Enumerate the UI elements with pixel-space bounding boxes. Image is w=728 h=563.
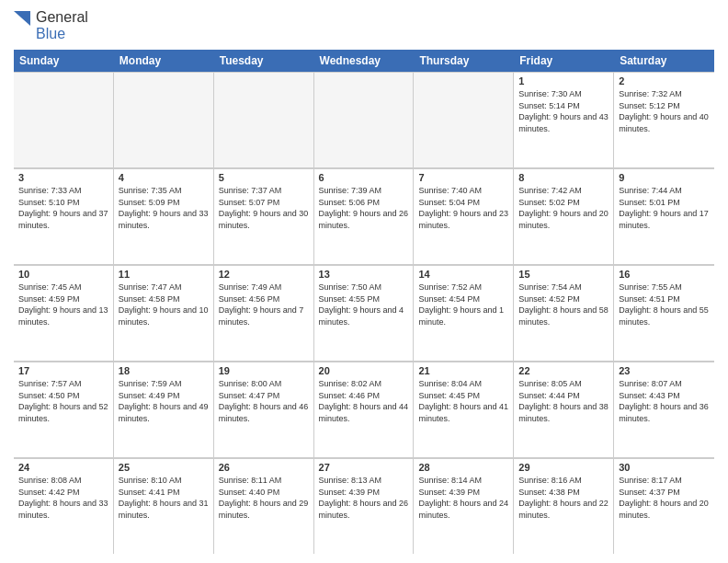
cell-info: Sunrise: 7:32 AMSunset: 5:12 PMDaylight:…: [619, 88, 710, 134]
day-number: 7: [418, 172, 508, 183]
calendar-cell: 22Sunrise: 8:05 AMSunset: 4:44 PMDayligh…: [514, 362, 614, 457]
day-number: 14: [418, 269, 508, 280]
calendar-cell: 10Sunrise: 7:45 AMSunset: 4:59 PMDayligh…: [14, 266, 114, 361]
col-header-monday: Monday: [114, 50, 214, 72]
logo-triangle-icon: [14, 9, 32, 42]
col-header-saturday: Saturday: [614, 50, 714, 72]
cell-info: Sunrise: 7:49 AMSunset: 4:56 PMDaylight:…: [219, 282, 309, 327]
logo: GeneralBlue: [14, 9, 88, 42]
day-number: 30: [619, 462, 710, 473]
col-header-wednesday: Wednesday: [314, 50, 415, 72]
calendar-body: 1Sunrise: 7:30 AMSunset: 5:14 PMDaylight…: [14, 72, 714, 554]
calendar-cell: [214, 73, 314, 167]
day-number: 23: [619, 365, 710, 376]
calendar-cell: [114, 73, 214, 167]
calendar-cell: 16Sunrise: 7:55 AMSunset: 4:51 PMDayligh…: [614, 266, 714, 361]
cell-info: Sunrise: 8:17 AMSunset: 4:37 PMDaylight:…: [619, 475, 710, 521]
cell-info: Sunrise: 7:39 AMSunset: 5:06 PMDaylight:…: [319, 185, 409, 231]
day-number: 3: [18, 172, 108, 183]
day-number: 29: [518, 462, 609, 473]
cell-info: Sunrise: 7:52 AMSunset: 4:54 PMDaylight:…: [418, 282, 508, 327]
cell-info: Sunrise: 8:08 AMSunset: 4:42 PMDaylight:…: [18, 475, 108, 521]
calendar-cell: 19Sunrise: 8:00 AMSunset: 4:47 PMDayligh…: [214, 362, 314, 457]
cell-info: Sunrise: 7:59 AMSunset: 4:49 PMDaylight:…: [119, 378, 209, 424]
cell-info: Sunrise: 7:37 AMSunset: 5:07 PMDaylight:…: [219, 185, 309, 231]
calendar-cell: 25Sunrise: 8:10 AMSunset: 4:41 PMDayligh…: [114, 459, 214, 554]
cell-info: Sunrise: 7:35 AMSunset: 5:09 PMDaylight:…: [119, 185, 209, 231]
day-number: 17: [18, 365, 108, 376]
cell-info: Sunrise: 8:02 AMSunset: 4:46 PMDaylight:…: [319, 378, 409, 424]
day-number: 13: [319, 269, 409, 280]
day-number: 28: [418, 462, 508, 473]
cell-info: Sunrise: 8:16 AMSunset: 4:38 PMDaylight:…: [518, 475, 609, 521]
day-number: 4: [119, 172, 209, 183]
cell-info: Sunrise: 8:14 AMSunset: 4:39 PMDaylight:…: [418, 475, 508, 521]
calendar-cell: 30Sunrise: 8:17 AMSunset: 4:37 PMDayligh…: [614, 459, 714, 554]
cell-info: Sunrise: 8:04 AMSunset: 4:45 PMDaylight:…: [418, 378, 508, 424]
calendar-cell: 11Sunrise: 7:47 AMSunset: 4:58 PMDayligh…: [114, 266, 214, 361]
calendar-cell: [314, 73, 415, 167]
cell-info: Sunrise: 7:54 AMSunset: 4:52 PMDaylight:…: [518, 282, 609, 327]
calendar-cell: 1Sunrise: 7:30 AMSunset: 5:14 PMDaylight…: [514, 73, 614, 167]
col-header-sunday: Sunday: [14, 50, 114, 72]
day-number: 12: [219, 269, 309, 280]
calendar-cell: [14, 73, 114, 167]
calendar-cell: 27Sunrise: 8:13 AMSunset: 4:39 PMDayligh…: [314, 459, 415, 554]
cell-info: Sunrise: 7:44 AMSunset: 5:01 PMDaylight:…: [619, 185, 710, 231]
calendar-cell: 26Sunrise: 8:11 AMSunset: 4:40 PMDayligh…: [214, 459, 314, 554]
cell-info: Sunrise: 8:07 AMSunset: 4:43 PMDaylight:…: [619, 378, 710, 424]
calendar-cell: [414, 73, 514, 167]
day-number: 26: [219, 462, 309, 473]
calendar-cell: 29Sunrise: 8:16 AMSunset: 4:38 PMDayligh…: [514, 459, 614, 554]
calendar-row-3: 17Sunrise: 7:57 AMSunset: 4:50 PMDayligh…: [14, 362, 714, 458]
day-number: 25: [119, 462, 209, 473]
calendar-cell: 24Sunrise: 8:08 AMSunset: 4:42 PMDayligh…: [14, 459, 114, 554]
day-number: 16: [619, 269, 710, 280]
cell-info: Sunrise: 7:42 AMSunset: 5:02 PMDaylight:…: [518, 185, 609, 231]
calendar-cell: 17Sunrise: 7:57 AMSunset: 4:50 PMDayligh…: [14, 362, 114, 457]
calendar-cell: 3Sunrise: 7:33 AMSunset: 5:10 PMDaylight…: [14, 169, 114, 264]
cell-info: Sunrise: 7:45 AMSunset: 4:59 PMDaylight:…: [18, 282, 108, 327]
day-number: 18: [119, 365, 209, 376]
cell-info: Sunrise: 7:30 AMSunset: 5:14 PMDaylight:…: [518, 88, 609, 134]
day-number: 15: [518, 269, 609, 280]
cell-info: Sunrise: 7:57 AMSunset: 4:50 PMDaylight:…: [18, 378, 108, 424]
calendar-row-4: 24Sunrise: 8:08 AMSunset: 4:42 PMDayligh…: [14, 458, 714, 554]
day-number: 20: [319, 365, 409, 376]
col-header-thursday: Thursday: [414, 50, 514, 72]
cell-info: Sunrise: 8:11 AMSunset: 4:40 PMDaylight:…: [219, 475, 309, 521]
calendar-cell: 14Sunrise: 7:52 AMSunset: 4:54 PMDayligh…: [414, 266, 514, 361]
day-number: 10: [18, 269, 108, 280]
day-number: 11: [119, 269, 209, 280]
calendar-cell: 13Sunrise: 7:50 AMSunset: 4:55 PMDayligh…: [314, 266, 415, 361]
day-number: 1: [518, 75, 609, 86]
cell-info: Sunrise: 7:40 AMSunset: 5:04 PMDaylight:…: [418, 185, 508, 231]
calendar-cell: 18Sunrise: 7:59 AMSunset: 4:49 PMDayligh…: [114, 362, 214, 457]
page: GeneralBlue SundayMondayTuesdayWednesday…: [0, 0, 728, 563]
cell-info: Sunrise: 7:50 AMSunset: 4:55 PMDaylight:…: [319, 282, 409, 327]
calendar-cell: 6Sunrise: 7:39 AMSunset: 5:06 PMDaylight…: [314, 169, 415, 264]
calendar-cell: 4Sunrise: 7:35 AMSunset: 5:09 PMDaylight…: [114, 169, 214, 264]
day-number: 6: [319, 172, 409, 183]
calendar-cell: 8Sunrise: 7:42 AMSunset: 5:02 PMDaylight…: [514, 169, 614, 264]
calendar-cell: 12Sunrise: 7:49 AMSunset: 4:56 PMDayligh…: [214, 266, 314, 361]
day-number: 22: [518, 365, 609, 376]
day-number: 9: [619, 172, 710, 183]
day-number: 21: [418, 365, 508, 376]
calendar-cell: 7Sunrise: 7:40 AMSunset: 5:04 PMDaylight…: [414, 169, 514, 264]
cell-info: Sunrise: 8:05 AMSunset: 4:44 PMDaylight:…: [518, 378, 609, 424]
cell-info: Sunrise: 8:13 AMSunset: 4:39 PMDaylight:…: [319, 475, 409, 521]
day-number: 2: [619, 75, 710, 86]
cell-info: Sunrise: 8:00 AMSunset: 4:47 PMDaylight:…: [219, 378, 309, 424]
day-number: 5: [219, 172, 309, 183]
calendar: SundayMondayTuesdayWednesdayThursdayFrid…: [14, 50, 714, 554]
cell-info: Sunrise: 7:47 AMSunset: 4:58 PMDaylight:…: [119, 282, 209, 327]
calendar-cell: 15Sunrise: 7:54 AMSunset: 4:52 PMDayligh…: [514, 266, 614, 361]
cell-info: Sunrise: 8:10 AMSunset: 4:41 PMDaylight:…: [119, 475, 209, 521]
col-header-friday: Friday: [514, 50, 614, 72]
cell-info: Sunrise: 7:33 AMSunset: 5:10 PMDaylight:…: [18, 185, 108, 231]
calendar-header: SundayMondayTuesdayWednesdayThursdayFrid…: [14, 50, 714, 72]
calendar-row-0: 1Sunrise: 7:30 AMSunset: 5:14 PMDaylight…: [14, 72, 714, 168]
cell-info: Sunrise: 7:55 AMSunset: 4:51 PMDaylight:…: [619, 282, 710, 327]
calendar-cell: 5Sunrise: 7:37 AMSunset: 5:07 PMDaylight…: [214, 169, 314, 264]
